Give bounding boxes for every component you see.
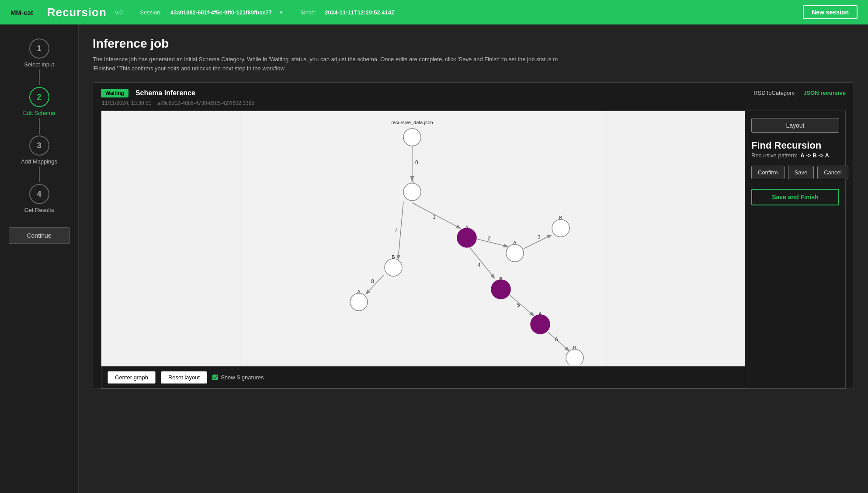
pattern-value: A -> B -> A — [799, 152, 829, 159]
step-circle-3: 3 — [29, 135, 49, 156]
center-graph-button[interactable]: Center graph — [108, 371, 156, 384]
save-and-finish-button[interactable]: Save and Finish — [751, 189, 839, 205]
svg-point-21 — [403, 183, 421, 201]
svg-text:B: B — [559, 215, 562, 220]
sidebar-item-edit-schema[interactable]: 2 Edit Schema — [0, 87, 78, 116]
job-id: a79c9d12-48b5-4730-8585-427f602f3395 — [157, 100, 254, 106]
svg-text:4: 4 — [478, 262, 481, 268]
svg-text:B: B — [573, 345, 576, 350]
new-session-button[interactable]: New session — [803, 5, 858, 19]
session-id: 43a91082-651f-4f5c-9ff0-121f89fbae77 — [170, 9, 272, 16]
main-layout: 1 Select Input 2 Edit Schema 3 Add Mappi… — [0, 24, 868, 493]
graph-svg: 0 1 2 3 4 — [101, 111, 745, 365]
job-rsd: RSDToCategory — [753, 90, 795, 96]
since-value: 2024-11-11T12:29:52.414Z — [325, 9, 395, 16]
since-label: Since: — [300, 9, 316, 16]
step-circle-4: 4 — [29, 184, 49, 204]
graph-area[interactable]: 0 1 2 3 4 — [101, 111, 745, 389]
topbar: MM-cat Recursion v.0 Session: 43a91082-6… — [0, 0, 868, 24]
show-signatures-checkbox[interactable] — [212, 375, 218, 380]
svg-text:2: 2 — [488, 236, 491, 242]
job-title: Schema inference — [135, 89, 195, 97]
step-circle-2: 2 — [29, 87, 49, 107]
svg-text:3: 3 — [538, 234, 541, 240]
job-date: 11/11/2024, 13:30:51 — [102, 100, 151, 106]
find-recursion-section: Find Recursion Recursive pattern: A -> B… — [751, 140, 839, 159]
svg-point-27 — [552, 219, 569, 237]
sidebar-item-select-input[interactable]: 1 Select Input — [0, 38, 78, 68]
job-meta: RSDToCategory JSON recursive — [753, 90, 846, 96]
step-label-3: Add Mappings — [21, 158, 57, 165]
svg-point-37 — [350, 293, 368, 311]
step-label-2: Edit Schema — [23, 110, 56, 116]
app-title: Recursion — [47, 6, 107, 19]
svg-text:7: 7 — [395, 227, 398, 233]
panel-action-buttons: Confirm Save Cancel — [751, 166, 839, 179]
svg-point-25 — [506, 244, 524, 262]
job-json-type: JSON recursive — [803, 90, 846, 96]
waiting-badge: Waiting — [101, 89, 128, 97]
step-connector-3-4 — [39, 167, 40, 182]
session-label: Session: — [140, 9, 162, 16]
graph-controls: Center graph Reset layout Show Signature… — [101, 366, 745, 388]
step-circle-1: 1 — [29, 38, 49, 59]
graph-panel-wrapper: 0 1 2 3 4 — [101, 111, 846, 389]
step-label-4: Get Results — [24, 207, 54, 213]
svg-point-33 — [566, 349, 583, 365]
reset-layout-button[interactable]: Reset layout — [161, 371, 207, 384]
app-version: v.0 — [115, 9, 122, 16]
save-button[interactable]: Save — [788, 166, 814, 179]
svg-text:B: B — [392, 254, 395, 260]
svg-text:B: B — [410, 179, 413, 184]
page-title: Inference job — [93, 37, 854, 51]
right-panel: Layout Find Recursion Recursive pattern:… — [745, 111, 846, 389]
step-connector-1-2 — [39, 69, 40, 85]
find-recursion-title: Find Recursion — [751, 140, 839, 151]
sidebar: 1 Select Input 2 Edit Schema 3 Add Mappi… — [0, 24, 79, 493]
continue-button[interactable]: Continue — [9, 227, 70, 244]
svg-text:A: A — [538, 311, 542, 316]
svg-rect-0 — [242, 111, 604, 365]
svg-text:A: A — [513, 240, 517, 245]
sidebar-item-add-mappings[interactable]: 3 Add Mappings — [0, 135, 78, 165]
recursive-pattern-label: Recursive pattern: A -> B -> A — [751, 152, 839, 159]
svg-point-23 — [457, 228, 476, 247]
job-card: Waiting Schema inference RSDToCategory J… — [93, 82, 854, 389]
svg-text:1: 1 — [433, 214, 436, 220]
svg-text:recursive_data.json: recursive_data.json — [391, 120, 433, 125]
page-description: The Inference job has generated an initi… — [93, 55, 573, 73]
svg-text:8: 8 — [371, 278, 374, 285]
app-name: MM-cat — [10, 9, 33, 16]
cancel-button[interactable]: Cancel — [817, 166, 848, 179]
layout-button[interactable]: Layout — [751, 118, 839, 133]
svg-point-31 — [531, 315, 550, 334]
dropdown-arrow-icon[interactable]: ▾ — [280, 9, 283, 16]
step-label-1: Select Input — [24, 61, 54, 68]
svg-text:6: 6 — [555, 337, 558, 343]
show-signatures-text: Show Signatures — [221, 374, 264, 381]
svg-text:A: A — [357, 289, 361, 294]
sidebar-item-get-results[interactable]: 4 Get Results — [0, 184, 78, 213]
job-card-header: Waiting Schema inference RSDToCategory J… — [101, 89, 846, 97]
show-signatures-label[interactable]: Show Signatures — [212, 374, 264, 381]
svg-point-35 — [385, 259, 402, 276]
svg-text:B: B — [499, 276, 502, 281]
svg-text:5: 5 — [517, 302, 520, 308]
svg-text:0: 0 — [415, 160, 418, 166]
svg-text:A: A — [465, 225, 469, 230]
confirm-button[interactable]: Confirm — [751, 166, 785, 179]
step-connector-2-3 — [39, 118, 40, 134]
job-subinfo: 11/11/2024, 13:30:51 a79c9d12-48b5-4730-… — [102, 100, 846, 106]
svg-point-29 — [491, 280, 510, 299]
svg-point-19 — [403, 128, 421, 146]
content-area: Inference job The Inference job has gene… — [79, 24, 868, 493]
